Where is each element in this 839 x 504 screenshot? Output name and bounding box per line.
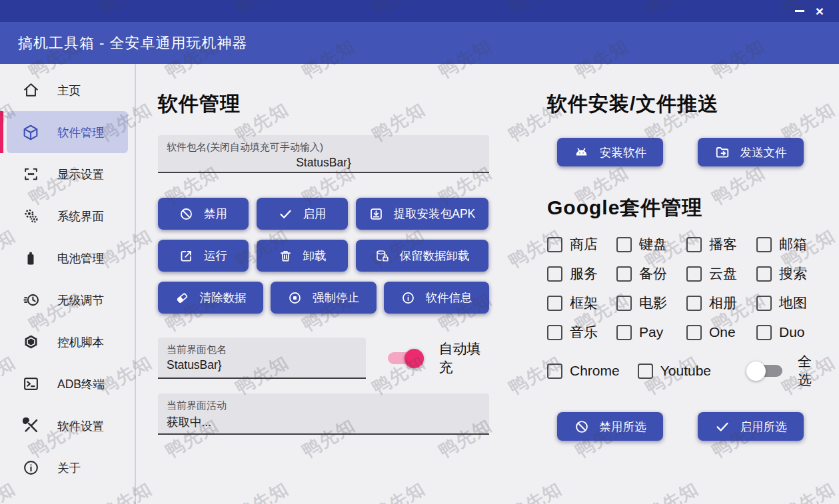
minimize-button[interactable] <box>790 3 810 20</box>
sidebar-item-label: 显示设置 <box>57 166 104 182</box>
checkbox-search[interactable]: 搜索 <box>756 264 814 283</box>
package-name-value: StatusBar} <box>158 154 489 174</box>
current-package-field: 当前界面包名 StatusBar} <box>158 338 366 379</box>
sidebar-item-system-ui[interactable]: 系统界面 <box>0 195 135 237</box>
checkbox-services[interactable]: 服务 <box>547 264 616 283</box>
enable-selected-button[interactable]: 启用所选 <box>698 412 804 441</box>
terminal-icon <box>22 376 39 393</box>
checkbox-maps[interactable]: 地图 <box>756 294 814 312</box>
package-name-input[interactable]: 软件包名(关闭自动填充可手动输入) StatusBar} <box>158 135 489 173</box>
sidebar-item-battery[interactable]: 电池管理 <box>0 237 135 279</box>
select-all-label: 全选 <box>798 352 814 389</box>
checkbox-icon <box>616 237 632 252</box>
ban-icon <box>179 207 193 221</box>
send-file-icon <box>715 145 730 160</box>
checkbox-store[interactable]: 商店 <box>547 235 616 254</box>
checkbox-icon <box>756 296 772 311</box>
sidebar-item-stepless-adjust[interactable]: 无级调节 <box>0 279 135 321</box>
current-package-label: 当前界面包名 <box>158 338 366 356</box>
sidebar-item-label: 系统界面 <box>57 208 104 224</box>
current-activity-label: 当前界面活动 <box>158 393 489 412</box>
autofill-toggle-label: 自动填充 <box>438 340 489 377</box>
checkbox-icon <box>756 266 772 282</box>
battery-icon <box>22 250 39 267</box>
checkbox-icon <box>638 364 653 379</box>
checkbox-clouddrive[interactable]: 云盘 <box>686 264 756 283</box>
sidebar-item-label: ADB终端 <box>57 376 105 392</box>
checkbox-icon <box>616 266 632 282</box>
checkbox-movies[interactable]: 电影 <box>616 294 686 312</box>
extract-apk-button[interactable]: 提取安装包APK <box>356 198 488 230</box>
main-content: 软件管理 软件包名(关闭自动填充可手动输入) StatusBar} 禁用 启用 <box>136 64 839 504</box>
checkbox-icon <box>686 325 702 340</box>
info-icon <box>22 459 39 477</box>
checkbox-mail[interactable]: 邮箱 <box>756 235 814 254</box>
select-all-toggle[interactable] <box>748 365 782 377</box>
checkbox-youtube[interactable]: Youtube <box>638 363 711 379</box>
uninstall-keep-data-button[interactable]: 保留数据卸载 <box>356 240 488 272</box>
hexagon-icon <box>22 334 39 351</box>
sidebar-item-label: 关于 <box>57 460 81 476</box>
sidebar-item-home[interactable]: 主页 <box>0 69 135 111</box>
display-icon <box>22 166 39 183</box>
uninstall-button[interactable]: 卸载 <box>257 240 348 272</box>
android-icon <box>574 144 589 160</box>
checkbox-icon <box>756 325 772 340</box>
checkbox-backup[interactable]: 备份 <box>616 264 686 283</box>
check-icon <box>279 207 293 221</box>
checkbox-icon <box>686 266 702 282</box>
left-panel-title: 软件管理 <box>158 91 489 118</box>
app-title: 搞机工具箱 - 全安卓通用玩机神器 <box>18 33 248 53</box>
sidebar-item-about[interactable]: 关于 <box>0 447 135 489</box>
checkbox-framework[interactable]: 框架 <box>547 294 616 312</box>
app-management-panel: 软件管理 软件包名(关闭自动填充可手动输入) StatusBar} 禁用 启用 <box>158 91 489 435</box>
install-app-button[interactable]: 安装软件 <box>557 138 663 166</box>
run-button[interactable]: 运行 <box>158 240 249 272</box>
checkbox-chrome[interactable]: Chrome <box>547 363 620 379</box>
force-stop-button[interactable]: 强制停止 <box>271 282 377 314</box>
google-suite-title: Google套件管理 <box>547 194 814 222</box>
toggle-thumb <box>746 362 766 381</box>
checkbox-podcast[interactable]: 播客 <box>686 235 756 254</box>
disable-selected-button[interactable]: 禁用所选 <box>557 412 663 441</box>
history-clock-icon <box>22 292 39 309</box>
checkbox-icon <box>547 296 562 311</box>
checkbox-icon <box>616 296 632 311</box>
minimize-icon <box>795 10 804 12</box>
checkbox-icon <box>756 237 772 252</box>
sidebar-item-app-management[interactable]: 软件管理 <box>7 111 128 153</box>
disable-button[interactable]: 禁用 <box>158 198 249 230</box>
app-header: 搞机工具箱 - 全安卓通用玩机神器 <box>0 22 839 64</box>
enable-button[interactable]: 启用 <box>257 198 348 230</box>
sidebar-item-label: 软件管理 <box>57 125 104 140</box>
app-info-button[interactable]: 软件信息 <box>384 282 489 314</box>
titlebar: × <box>0 0 839 22</box>
current-activity-field: 当前界面活动 获取中... <box>158 393 489 435</box>
autofill-toggle[interactable] <box>388 352 422 364</box>
sidebar-item-app-settings[interactable]: 软件设置 <box>0 405 135 447</box>
sidebar-item-label: 控机脚本 <box>57 334 104 350</box>
checkbox-icon <box>686 237 702 252</box>
send-file-button[interactable]: 发送文件 <box>698 138 804 166</box>
sidebar-item-label: 电池管理 <box>57 250 104 266</box>
gears-icon <box>22 208 39 225</box>
sidebar: 主页 软件管理 显示设置 系统界面 <box>0 64 136 504</box>
close-button[interactable]: × <box>810 3 830 20</box>
toggle-thumb <box>405 349 424 368</box>
sidebar-item-adb-terminal[interactable]: ADB终端 <box>0 363 135 405</box>
package-name-label: 软件包名(关闭自动填充可手动输入) <box>158 135 489 154</box>
checkbox-photos[interactable]: 相册 <box>686 294 756 312</box>
checkbox-one[interactable]: One <box>686 323 756 342</box>
install-push-panel: 软件安装/文件推送 安装软件 发送文件 Google套件管理 商店 键盘 播 <box>547 91 814 441</box>
clear-data-button[interactable]: 清除数据 <box>158 282 263 314</box>
checkbox-music[interactable]: 音乐 <box>547 323 616 342</box>
checkbox-duo[interactable]: Duo <box>756 323 814 342</box>
checkbox-keyboard[interactable]: 键盘 <box>616 235 686 254</box>
app-window: × 搞机工具箱 - 全安卓通用玩机神器 主页 软件管理 <box>0 0 839 504</box>
sidebar-item-control-script[interactable]: 控机脚本 <box>0 321 135 363</box>
current-activity-value: 获取中... <box>158 412 489 434</box>
checkbox-icon <box>616 325 632 340</box>
checkbox-pay[interactable]: Pay <box>616 323 686 342</box>
home-icon <box>22 82 39 99</box>
sidebar-item-display-settings[interactable]: 显示设置 <box>0 153 135 195</box>
